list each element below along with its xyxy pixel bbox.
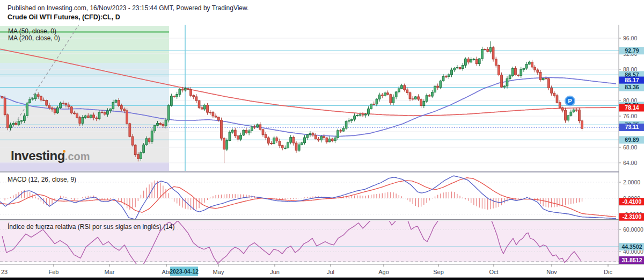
candle-body [62, 103, 64, 104]
candle-body [193, 96, 195, 97]
candle-body [428, 96, 430, 96]
candle-body [509, 76, 511, 79]
candle-body [553, 93, 555, 96]
candle-body [378, 95, 380, 99]
candle-body [251, 127, 253, 131]
candle-body [217, 117, 219, 120]
price-axis-label: 64.00 [623, 160, 637, 166]
pane-divider-1[interactable] [0, 171, 644, 173]
candle-body [537, 70, 539, 72]
candle-body [453, 68, 456, 70]
price-badge: 69.89 [625, 137, 639, 143]
candle-body [342, 128, 345, 131]
pane-divider-2[interactable] [0, 219, 644, 220]
candle-body [276, 138, 278, 141]
month-label: Jun [270, 269, 280, 275]
candle-body [445, 76, 447, 77]
candle-body [159, 123, 162, 124]
candle-body [320, 137, 323, 140]
candle-body [473, 59, 475, 60]
candle-body [531, 62, 533, 67]
candle-body [74, 113, 76, 114]
candle-body [187, 89, 189, 90]
candle-body [212, 112, 214, 116]
analysis-zone-band [0, 162, 169, 171]
candle-body [137, 155, 139, 159]
candle-body [487, 49, 489, 52]
candle-body [515, 68, 517, 75]
candle-body [373, 104, 375, 104]
candle-body [82, 117, 84, 123]
candle-body [165, 120, 167, 126]
candle-body [129, 124, 131, 137]
candle-body [270, 143, 273, 143]
candle-body [51, 108, 53, 109]
candle-body [323, 137, 325, 138]
candle-body [248, 131, 250, 133]
candle-body [503, 86, 506, 87]
candle-body [79, 118, 81, 124]
candle-body [126, 111, 128, 124]
chart-page: { "header": { "published": "Published on… [0, 0, 644, 280]
candle-body [523, 68, 525, 69]
candle-body [401, 85, 403, 89]
candle-body [207, 105, 209, 113]
candle-body [511, 68, 514, 75]
candle-body [423, 102, 425, 106]
candle-body [501, 75, 503, 87]
candle-body [15, 123, 17, 125]
candle-body [395, 92, 397, 97]
candle-body [20, 120, 23, 121]
candle-body [131, 137, 134, 145]
candle-body [4, 98, 6, 115]
month-label: Jul [327, 269, 334, 275]
candle-body [312, 134, 314, 135]
rsi-value-badge: 31.8512 [622, 257, 642, 263]
candle-body [561, 107, 564, 110]
candle-body [98, 112, 100, 119]
candle-body [292, 138, 295, 143]
candle-body [231, 130, 233, 132]
candle-body [107, 111, 109, 114]
chart-canvas[interactable]: P96.0092.0088.0080.0076.0068.0064.002.00… [0, 0, 644, 280]
candle-body [437, 86, 439, 87]
price-axis[interactable]: 96.0092.0088.0080.0076.0068.0064.002.000… [619, 25, 644, 264]
candle-body [204, 105, 206, 110]
candle-body [265, 134, 267, 138]
candle-body [534, 67, 536, 70]
candle-body [314, 135, 317, 139]
candle-body [243, 130, 245, 135]
bottom-black-bar [0, 278, 644, 280]
price-badge: 83.36 [625, 84, 639, 90]
candle-body [475, 59, 478, 63]
candle-body [528, 62, 530, 64]
candle-body [434, 86, 436, 92]
candle-body [348, 120, 350, 121]
candle-body [570, 112, 572, 116]
candle-body [581, 121, 583, 128]
candle-body [223, 138, 225, 149]
candle-body [226, 141, 228, 149]
candle-body [354, 116, 356, 119]
candle-body [101, 112, 103, 113]
analysis-zone-band [0, 77, 169, 106]
candle-body [153, 125, 156, 131]
candle-body [351, 119, 353, 120]
candle-body [517, 75, 519, 76]
p-event-marker[interactable]: P [565, 96, 575, 106]
candle-body [209, 112, 211, 113]
candle-body [167, 105, 170, 120]
candle-body [409, 93, 411, 99]
candle-body [26, 103, 28, 116]
candle-body [464, 59, 466, 66]
candle-body [115, 100, 117, 103]
candle-body [340, 131, 342, 131]
candle-body [392, 97, 394, 103]
candle-body [240, 135, 242, 140]
price-badge: 73.11 [625, 124, 639, 130]
candle-body [6, 115, 9, 128]
rsi-axis-label: 60.0000 [623, 226, 643, 233]
candle-body [259, 125, 261, 130]
candle-body [484, 49, 486, 50]
candle-body [245, 130, 247, 133]
